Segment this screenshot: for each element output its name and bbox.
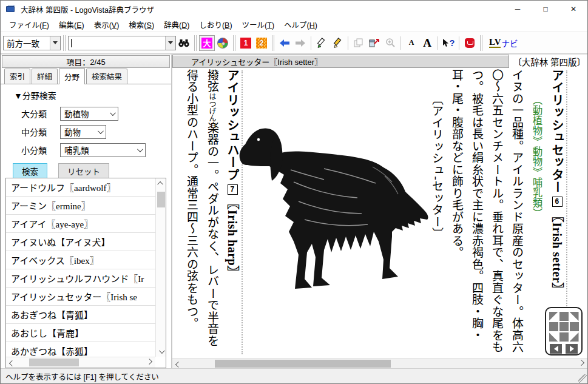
- menu-item[interactable]: 検索(S): [124, 17, 159, 32]
- back-button[interactable]: [277, 35, 292, 51]
- scroll-up-right-icon[interactable]: [570, 312, 579, 321]
- search-dropdown-icon[interactable]: [165, 36, 175, 50]
- binoculars-icon: [178, 38, 190, 48]
- list-item[interactable]: アードウルフ〖aardwolf〗: [6, 178, 155, 197]
- scroll-down-icon[interactable]: [156, 346, 166, 357]
- search-execute-button[interactable]: 検索: [13, 163, 47, 179]
- send-to-button[interactable]: [367, 35, 382, 51]
- menu-item-label: 辞典(: [164, 21, 181, 30]
- field-search-title[interactable]: ▼分野検索: [14, 89, 171, 101]
- reset-button[interactable]: リセット: [58, 163, 109, 179]
- font-larger-button[interactable]: A: [419, 35, 435, 51]
- tab-index[interactable]: 索引: [4, 69, 30, 84]
- scroll-up-left-icon[interactable]: [549, 312, 558, 321]
- menu-item[interactable]: しおり(B): [194, 17, 237, 32]
- match-mode-dropdown-icon[interactable]: [50, 36, 60, 50]
- menu-item-close: ): [117, 21, 119, 30]
- tab-search-results[interactable]: 検索結果: [86, 69, 127, 84]
- scroll-down-left-icon[interactable]: [549, 332, 558, 342]
- list-item[interactable]: アイリッシュウルフハウンド〖Ir: [6, 269, 155, 288]
- resize-grip-icon[interactable]: [578, 374, 587, 383]
- menu-item[interactable]: ファイル(F): [4, 17, 54, 32]
- scroll-left-icon[interactable]: [6, 357, 16, 368]
- group2-icon: 2: [256, 38, 267, 49]
- group1-button[interactable]: 1: [238, 35, 254, 51]
- previous-page-button[interactable]: [550, 344, 562, 354]
- scroll-right-icon[interactable]: [570, 322, 579, 331]
- marker-button[interactable]: [314, 35, 329, 51]
- group2-button[interactable]: 2: [254, 35, 269, 51]
- zoom-button[interactable]: [382, 35, 398, 51]
- content-horizontal-scrollbar[interactable]: [172, 358, 587, 368]
- close-button[interactable]: ✕: [559, 1, 587, 18]
- dictionary-disc-button[interactable]: [215, 35, 231, 51]
- menu-item-close: ): [82, 21, 84, 30]
- accent-number-box: 6: [552, 197, 563, 207]
- major-category-select[interactable]: 動植物: [60, 107, 118, 121]
- scroll-down-right-icon[interactable]: [570, 332, 579, 342]
- scroll-left-icon[interactable]: [172, 359, 183, 369]
- minor-category-label: 小分類: [21, 144, 60, 156]
- list-item[interactable]: アイアイ〖aye-aye〗: [6, 215, 155, 233]
- dictionary-source-label: 〔大辞林 第四版〕: [509, 55, 587, 68]
- scroll-left-icon[interactable]: [549, 322, 558, 331]
- menu-item[interactable]: ツール(T): [237, 17, 279, 32]
- scroll-center-icon[interactable]: [559, 322, 569, 331]
- list-item[interactable]: アイヌいぬ【アイヌ犬】: [6, 233, 155, 251]
- list-item[interactable]: アイベックス〖ibex〗: [6, 251, 155, 269]
- font-smaller-button[interactable]: A: [404, 35, 419, 51]
- list-item[interactable]: アイリッシュセッター〖Irish se: [6, 288, 155, 306]
- next-page-button[interactable]: [566, 344, 578, 354]
- major-category-value: 動植物: [64, 107, 89, 120]
- list-item[interactable]: あおぎつね【青狐】: [6, 306, 155, 324]
- search-button[interactable]: [176, 35, 192, 51]
- maximize-button[interactable]: □: [532, 1, 559, 18]
- tab-detail[interactable]: 詳細: [32, 69, 58, 84]
- lv-navi-button[interactable]: LV ナビ: [485, 35, 522, 51]
- entry-header: アイリッシュセッター〖Irish setter〗 〔大辞林 第四版〕: [172, 55, 587, 68]
- tab-field[interactable]: 分野: [59, 68, 85, 84]
- definition-text: 撥弦はつげん楽器の一。ペダルがなく、レバーで半音を得る小型のハープ。通常三四〜三…: [181, 69, 222, 355]
- copy-button[interactable]: [351, 35, 367, 51]
- field-tab-page: ▼分野検索 大分類 動植物 中分類 動物: [1, 84, 171, 368]
- menu-item-accesskey: E: [76, 21, 81, 30]
- list-horizontal-scrollbar[interactable]: [6, 357, 155, 368]
- scrollbar-thumb[interactable]: [29, 359, 79, 366]
- list-item[interactable]: あかぎつね【赤狐】: [6, 342, 155, 357]
- match-mode-select[interactable]: 前方一致: [3, 36, 61, 50]
- menu-item[interactable]: ヘルプ(H): [279, 17, 322, 32]
- scroll-right-icon[interactable]: [577, 359, 587, 369]
- menu-item[interactable]: 編集(E): [54, 17, 89, 32]
- alert-button[interactable]: [462, 35, 478, 51]
- pencil-button[interactable]: [329, 35, 345, 51]
- help-question-mark: ?: [450, 38, 455, 48]
- scroll-up-icon[interactable]: [156, 178, 166, 189]
- search-input[interactable]: [68, 36, 176, 50]
- scrollbar-thumb[interactable]: [215, 360, 391, 368]
- window-title: 大辞林 第四版 - LogoVista辞典ブラウザ: [21, 4, 504, 15]
- dictionary-dai-icon: 大: [201, 38, 212, 49]
- scroll-down-icon[interactable]: [559, 332, 569, 342]
- context-help-button[interactable]: ?: [441, 35, 456, 51]
- forward-button[interactable]: [292, 35, 308, 51]
- menu-item[interactable]: 表示(V): [89, 17, 124, 32]
- group1-icon: 1: [240, 38, 251, 49]
- list-item-label: アイリッシュセッター〖Irish se: [11, 290, 137, 303]
- scrollbar-thumb[interactable]: [157, 192, 165, 207]
- toolbar-separator: [438, 36, 438, 50]
- list-item[interactable]: アーミン〖ermine〗: [6, 197, 155, 215]
- list-item-label: アーミン〖ermine〗: [11, 199, 90, 212]
- scroll-up-icon[interactable]: [559, 312, 569, 321]
- middle-category-select[interactable]: 動物: [60, 125, 106, 139]
- list-vertical-scrollbar[interactable]: [155, 178, 166, 357]
- minor-category-value: 哺乳類: [64, 144, 89, 156]
- minimize-button[interactable]: ─: [504, 1, 532, 18]
- list-item[interactable]: あおじし【青鹿】: [6, 324, 155, 342]
- dictionary-button[interactable]: 大: [199, 35, 215, 51]
- definition-lead: 撥弦: [206, 69, 218, 93]
- menu-item-label: 編集(: [59, 21, 76, 30]
- magnifier-plus-icon: [385, 38, 396, 48]
- scroll-right-icon[interactable]: [145, 357, 155, 368]
- minor-category-select[interactable]: 哺乳類: [60, 143, 146, 157]
- menu-item[interactable]: 辞典(D): [159, 17, 194, 32]
